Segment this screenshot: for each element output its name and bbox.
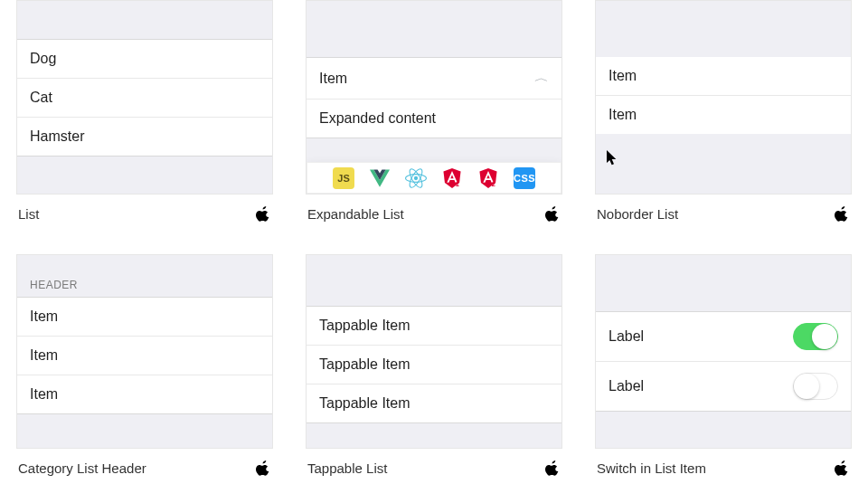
css-icon[interactable]: CSS [514,167,535,189]
list-item[interactable]: Item [596,96,851,134]
list-item-label: Item [609,68,637,84]
apple-icon [255,205,271,222]
list-item-label: Hamster [30,128,84,145]
tappable-item[interactable]: Tappable Item [307,384,561,422]
list-item-label: Cat [30,90,52,106]
list-item[interactable]: Item [596,57,851,96]
list-item-label: Item [30,308,58,325]
card-tappable-list: Tappable Item Tappable Item Tappable Ite… [306,254,562,476]
list-item[interactable]: Dog [17,40,272,79]
svg-text:2: 2 [492,180,495,188]
apple-icon [544,205,561,222]
list-item-label: Dog [30,51,56,67]
svg-text:1: 1 [456,180,459,188]
list-item[interactable]: Hamster [17,118,272,156]
svg-point-0 [414,176,418,180]
switch-label: Label [609,378,644,394]
card-caption: Switch in List Item [597,460,706,476]
tappable-item[interactable]: Tappable Item [307,346,561,384]
list-item[interactable]: Cat [17,79,272,118]
list-category-header: HEADER [17,271,272,297]
card-list: Dog Cat Hamster List [16,0,273,222]
expandable-header-item[interactable]: Item ︿ [307,58,561,100]
switch-row: Label [596,312,851,362]
list-item-label: Tappable Item [319,356,410,373]
card-switch-list: Label Label Switch in List Item [595,254,852,476]
switch-toggle[interactable] [793,323,838,350]
chevron-up-icon: ︿ [534,71,549,86]
angular2-icon[interactable]: 2 [477,167,499,189]
list-item[interactable]: Item [17,337,272,375]
apple-icon [255,460,271,476]
apple-icon [834,460,850,476]
list-item-label: Item [30,386,58,403]
card-caption: List [18,206,39,222]
cursor-icon [607,150,619,170]
list-item-label: Tappable Item [319,318,410,334]
list-item-label: Item [30,347,58,364]
list-item[interactable]: Item [17,375,272,413]
switch-toggle[interactable] [793,373,838,400]
js-icon[interactable]: JS [333,167,354,189]
vue-icon[interactable] [369,167,391,189]
apple-icon [834,205,850,222]
tech-toolbar: JS 1 2 CSS [307,162,561,194]
expanded-content-item: Expanded content [307,100,561,138]
card-category-list: HEADER Item Item Item Category List Head… [16,254,273,476]
card-caption: Noborder List [597,206,678,222]
angular1-icon[interactable]: 1 [441,167,463,189]
react-icon[interactable] [405,167,427,189]
expandable-header-label: Item [319,71,347,87]
card-caption: Expandable List [307,206,404,222]
switch-label: Label [609,328,644,345]
list-item-label: Item [609,107,637,123]
card-caption: Tappable List [307,460,387,476]
list-item-label: Tappable Item [319,395,410,412]
card-caption: Category List Header [18,460,146,476]
switch-row: Label [596,362,851,411]
card-expandable-list: Item ︿ Expanded content JS 1 [306,0,562,222]
list-item[interactable]: Item [17,298,272,337]
apple-icon [544,460,561,476]
tappable-item[interactable]: Tappable Item [307,307,561,346]
expanded-content-label: Expanded content [319,110,436,127]
card-noborder-list: Item Item Noborder List [595,0,852,222]
